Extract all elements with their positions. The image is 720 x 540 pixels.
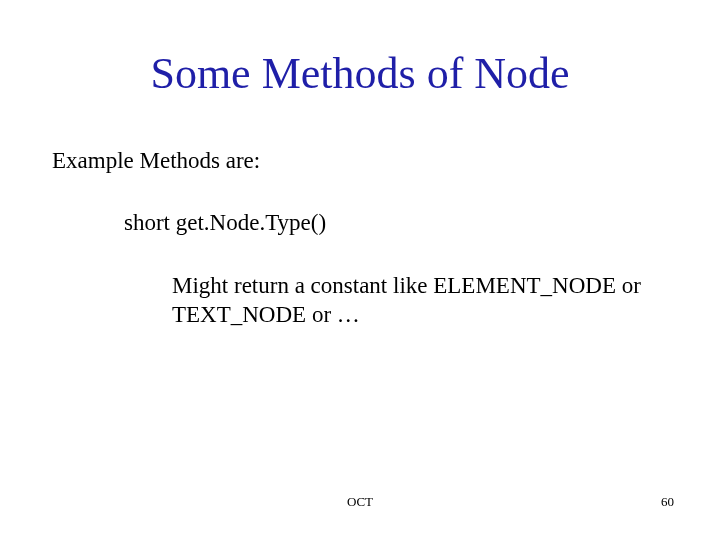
method-description: Might return a constant like ELEMENT_NOD… [172,272,652,330]
page-number: 60 [661,494,674,510]
method-signature: short get.Node.Type() [124,210,326,236]
slide-title: Some Methods of Node [0,48,720,99]
example-methods-heading: Example Methods are: [52,148,260,174]
footer-label: OCT [0,494,720,510]
slide: Some Methods of Node Example Methods are… [0,0,720,540]
